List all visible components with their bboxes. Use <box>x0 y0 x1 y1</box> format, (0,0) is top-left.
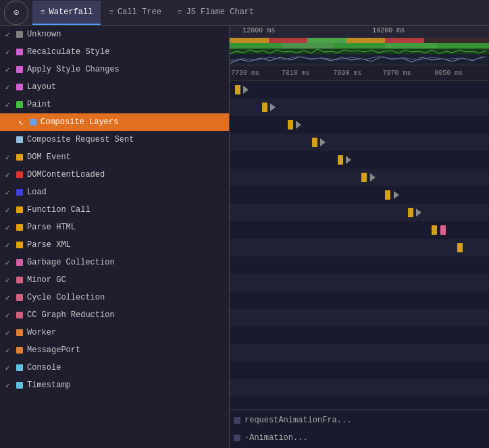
check-paint: ✓ <box>3 101 12 109</box>
call-tree-icon: ≡ <box>109 8 113 16</box>
label-apply-style-changes: Apply Style Changes <box>27 65 120 74</box>
label-composite-request-sent: Composite Request Sent <box>27 135 134 144</box>
wf-row <box>230 344 489 362</box>
gray-marker <box>320 138 326 146</box>
color-load <box>16 189 23 196</box>
color-composite-request-sent <box>16 136 23 143</box>
check-layout: ✓ <box>3 83 12 92</box>
filter-item-function-call[interactable]: ✓Function Call <box>0 201 229 219</box>
gold-marker <box>338 155 343 165</box>
filter-item-garbage-collection[interactable]: ✓Garbage Collection <box>0 254 229 271</box>
wf-row <box>230 116 489 134</box>
label-composite-layers: Composite Layers <box>41 117 118 127</box>
filter-item-parse-xml[interactable]: ✓Parse XML <box>0 236 229 254</box>
label-cc-graph-reduction: CC Graph Reduction <box>27 310 115 320</box>
check-recalculate-style: ✓ <box>3 48 12 57</box>
gray-marker <box>243 86 249 94</box>
filter-item-composite-layers[interactable]: ↖Composite Layers <box>0 113 229 131</box>
filter-item-messageport[interactable]: ✓MessagePort <box>0 341 229 359</box>
color-domcontentloaded <box>16 171 23 178</box>
gray-marker <box>270 103 276 111</box>
tab-js-flame[interactable]: ≡ JS Flame Chart <box>170 1 262 25</box>
label-layout: Layout <box>27 82 56 92</box>
gold-marker <box>457 243 463 252</box>
label-worker: Worker <box>27 328 56 337</box>
gold-marker <box>262 103 267 112</box>
color-apply-style-changes <box>16 66 23 73</box>
time-7810: 7810 ms <box>282 69 310 77</box>
wf-row <box>230 99 489 116</box>
check-load: ✓ <box>3 188 12 197</box>
time-label-12800: 12800 ms <box>242 27 275 34</box>
filter-item-timestamp[interactable]: ✓Timestamp <box>0 376 229 394</box>
wf-row <box>230 327 489 344</box>
color-minor-gc <box>16 277 23 283</box>
wf-row <box>230 239 489 256</box>
filter-item-domcontentloaded[interactable]: ✓DOMContentLoaded <box>0 166 229 184</box>
gold-marker <box>385 190 390 200</box>
filter-item-load[interactable]: ✓Load <box>0 184 229 201</box>
color-timestamp <box>16 382 23 389</box>
bottom-item-request-animation: requestAnimationFra... <box>230 412 489 429</box>
filter-item-paint[interactable]: ✓Paint <box>0 96 229 113</box>
gray-marker <box>394 191 399 199</box>
wf-row <box>230 362 489 379</box>
color-parse-xml <box>16 242 23 248</box>
check-garbage-collection: ✓ <box>3 258 12 267</box>
filter-item-unknown[interactable]: ✓Unknown <box>0 26 229 43</box>
filter-item-composite-request-sent[interactable]: Composite Request Sent <box>0 131 229 148</box>
js-flame-icon: ≡ <box>178 8 182 16</box>
wf-row <box>230 81 489 99</box>
time-label-19200: 19200 ms <box>372 27 405 34</box>
check-cycle-collection: ✓ <box>3 293 12 302</box>
gray-marker <box>370 173 376 181</box>
tab-waterfall[interactable]: ≡ Waterfall <box>32 1 101 25</box>
color-parse-html <box>16 224 23 231</box>
filter-item-console[interactable]: ✓Console <box>0 359 229 376</box>
bottom-color-request-animation <box>234 417 240 424</box>
filter-item-layout[interactable]: ✓Layout <box>0 78 229 96</box>
filter-item-worker[interactable]: ✓Worker <box>0 324 229 341</box>
chart-bands: 12800 ms 19200 ms avg 3 <box>230 26 489 66</box>
filter-item-cc-graph-reduction[interactable]: ✓CC Graph Reduction <box>0 306 229 324</box>
check-apply-style-changes: ✓ <box>3 65 12 74</box>
check-domcontentloaded: ✓ <box>3 171 12 179</box>
gold-marker <box>361 173 367 182</box>
tab-call-tree[interactable]: ≡ Call Tree <box>101 1 169 25</box>
filter-item-apply-style-changes[interactable]: ✓Apply Style Changes <box>0 61 229 78</box>
check-minor-gc: ✓ <box>3 276 12 285</box>
check-messageport: ✓ <box>3 346 12 355</box>
filter-item-cycle-collection[interactable]: ✓Cycle Collection <box>0 289 229 306</box>
gray-marker <box>296 121 301 129</box>
filter-button[interactable]: ⊙ <box>4 1 28 25</box>
color-dom-event <box>16 154 23 161</box>
color-cycle-collection <box>16 294 23 301</box>
color-recalculate-style <box>16 49 23 55</box>
color-garbage-collection <box>16 259 23 266</box>
wf-row <box>230 204 489 221</box>
wf-row <box>230 151 489 169</box>
filter-icon: ⊙ <box>14 7 19 18</box>
label-load: Load <box>27 188 47 197</box>
filter-item-parse-html[interactable]: ✓Parse HTML <box>0 219 229 236</box>
gold-marker <box>408 208 413 217</box>
gold-marker <box>235 85 240 94</box>
color-composite-layers <box>30 119 36 125</box>
filter-item-dom-event[interactable]: ✓DOM Event <box>0 148 229 166</box>
check-dom-event: ✓ <box>3 153 12 162</box>
label-parse-html: Parse HTML <box>27 223 76 232</box>
color-console <box>16 364 23 371</box>
label-cycle-collection: Cycle Collection <box>27 293 105 302</box>
filter-item-minor-gc[interactable]: ✓Minor GC <box>0 271 229 289</box>
label-timestamp: Timestamp <box>27 381 71 390</box>
filter-item-recalculate-style[interactable]: ✓Recalculate Style <box>0 43 229 61</box>
color-function-call <box>16 206 23 213</box>
wf-row <box>230 134 489 151</box>
check-cc-graph-reduction: ✓ <box>3 311 12 320</box>
tab-call-tree-label: Call Tree <box>118 7 161 17</box>
label-paint: Paint <box>27 100 51 109</box>
wf-row <box>230 309 489 327</box>
wf-row <box>230 274 489 291</box>
bottom-label-animation2: ·Animation... <box>244 433 308 443</box>
pink-marker <box>440 225 446 235</box>
